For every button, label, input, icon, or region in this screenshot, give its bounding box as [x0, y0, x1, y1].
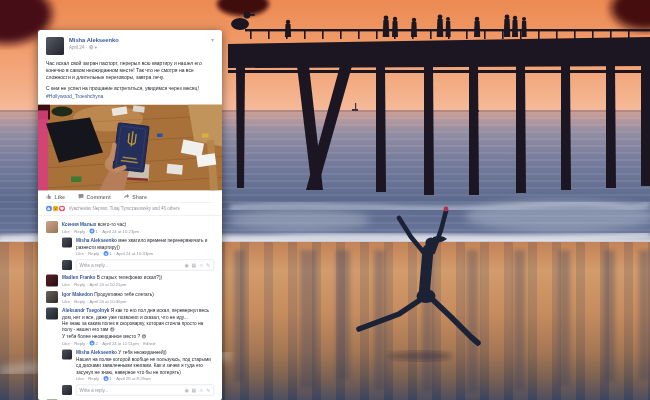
comment-like-link[interactable]: Like — [62, 299, 70, 304]
smiley-icon[interactable]: ☺ — [199, 262, 204, 268]
author-name-link[interactable]: Misha Alekseenko — [69, 37, 211, 44]
comment-text: Ксения Малых всего-то час) — [62, 221, 214, 227]
reactions-row: Vyacheslav Nepran, Tutaj Tymczasowsky an… — [38, 202, 222, 214]
like-count: 1 — [110, 251, 112, 256]
post-photo-passport[interactable] — [38, 104, 222, 190]
comment-reply-link[interactable]: Reply — [74, 228, 85, 233]
comment-line: Не знаю за каким полез в скороварку, кот… — [62, 320, 203, 332]
comment-text: Aleksandr Tsegolnyk Я как то его пол дня… — [62, 308, 214, 340]
write-reply-input[interactable]: Write a reply...◉▦☺✎ — [76, 260, 214, 271]
comment-like-link[interactable]: Like — [62, 228, 70, 233]
pier-people-silhouettes — [285, 15, 527, 37]
comment-reply-link[interactable]: Reply — [88, 251, 99, 256]
like-reaction-icon[interactable] — [46, 205, 52, 211]
comment-reply-link[interactable]: Reply — [74, 282, 85, 287]
comment-like-link[interactable]: Like — [76, 251, 84, 256]
screenshot-stage: Misha Alekseenko April 24 · ▾ ▾ — [0, 0, 650, 400]
post-options-chevron-icon[interactable]: ▾ — [211, 37, 214, 43]
facebook-post-card: Misha Alekseenko April 24 · ▾ ▾ — [38, 30, 222, 400]
hashtag-link[interactable]: #Hollywood_Troeshchyna — [46, 93, 103, 99]
commenter-avatar[interactable] — [46, 308, 58, 320]
commenter-avatar[interactable] — [46, 275, 58, 287]
comment-meta: Like · Reply · 1 · April 24 at 10:33pm — [76, 251, 214, 256]
comment-timestamp: April 24 at 11:51pm — [102, 341, 139, 346]
comment-like-link[interactable]: Like — [76, 376, 84, 381]
comment-reply-link[interactable]: Reply — [88, 376, 99, 381]
post-date[interactable]: April 24 — [69, 45, 84, 50]
comment-replies: Misha Alekseenko мне хватило времени пер… — [62, 237, 214, 270]
comment-text: Igor Makedon Продуктивно тебе слетать) — [62, 291, 214, 297]
pier-pillars — [236, 66, 650, 195]
comment-body: Madlen Franko В старых телефонах искал?)… — [62, 275, 214, 287]
camera-icon[interactable]: ◉ — [185, 262, 189, 268]
post-action-bar: Like Comment Share — [46, 190, 214, 202]
like-count: 2 — [96, 341, 98, 346]
post-header: Misha Alekseenko April 24 · ▾ ▾ — [38, 30, 222, 59]
smiley-icon[interactable]: ☺ — [199, 387, 204, 393]
commenter-name-link[interactable]: Madlen Franko — [62, 275, 96, 281]
commenter-name-link[interactable]: Misha Alekseenko — [76, 350, 117, 356]
comment-body: Misha Alekseenko мне хватило времени пер… — [76, 237, 214, 256]
pink-object — [38, 110, 48, 190]
dot-separator: · — [86, 45, 88, 50]
like-button[interactable]: Like — [46, 193, 65, 199]
comment-like-count-badge[interactable]: 2 — [90, 341, 98, 346]
commenter-name-link[interactable]: Misha Alekseenko — [76, 237, 117, 243]
commenter-avatar[interactable] — [46, 291, 58, 303]
like-count: 1 — [110, 376, 112, 381]
comment-line: всего-то час) — [98, 221, 127, 227]
comment-timestamp: April 24 at 10:25pm — [90, 282, 127, 287]
note-icon[interactable]: ✎ — [206, 387, 210, 393]
love-reaction-icon[interactable] — [59, 205, 65, 211]
commenter-avatar[interactable] — [62, 350, 72, 360]
comment-reply-link[interactable]: Reply — [74, 341, 85, 346]
post-paragraph: Час искал свой загран паспорт, перерыл в… — [46, 60, 214, 81]
haha-reaction-icon[interactable] — [53, 205, 59, 211]
commenter-avatar[interactable] — [62, 260, 72, 270]
author-avatar[interactable] — [46, 37, 64, 55]
comment-text: Misha Alekseenko У тебя неожиданней))Наш… — [76, 350, 214, 376]
commenter-name-link[interactable]: Igor Makedon — [62, 291, 93, 297]
privacy-chevron-icon[interactable]: ▾ — [95, 45, 97, 50]
dark-cap — [52, 106, 73, 116]
thumb-up-icon — [104, 251, 109, 256]
commenter-name-link[interactable]: Ксения Малых — [62, 221, 96, 227]
write-reply-input[interactable]: Write a reply...◉▦☺✎ — [76, 385, 214, 396]
reply-placeholder: Write a reply... — [80, 263, 109, 268]
comment-timestamp: April 24 at 10:33pm — [116, 251, 153, 256]
gif-icon[interactable]: ▦ — [191, 387, 196, 393]
comment-line: В старых телефонах искал?)) — [97, 275, 162, 281]
comment-line: У тебя неожиданней)) — [118, 350, 166, 356]
comment-edited-label: Edited — [143, 341, 155, 346]
comment-text: Madlen Franko В старых телефонах искал?)… — [62, 275, 214, 281]
comment-body: Igor Makedon Продуктивно тебе слетать)Li… — [62, 291, 214, 303]
camera-icon[interactable]: ◉ — [185, 387, 189, 393]
post-timestamp-row: April 24 · ▾ — [69, 45, 211, 50]
comment-like-count-badge[interactable]: 1 — [90, 228, 98, 233]
comment-meta: Like · Reply · April 24 at 10:30pm — [62, 299, 214, 304]
comment-like-count-badge[interactable]: 1 — [104, 376, 112, 381]
comment-like-count-badge[interactable]: 1 — [104, 251, 112, 256]
thumb-up-icon — [90, 228, 95, 233]
comment: Aleksandr Tsegolnyk Я как то его пол дня… — [46, 308, 214, 396]
comment-line: Нашел на полке которой вообще не пользую… — [76, 356, 211, 374]
reactions-summary-link[interactable]: Vyacheslav Nepran, Tutaj Tymczasowsky an… — [69, 206, 180, 211]
write-reply-box: Write a reply...◉▦☺✎ — [62, 385, 214, 396]
note-icon[interactable]: ✎ — [206, 262, 210, 268]
comment-timestamp: April 24 at 10:23pm — [102, 228, 139, 233]
share-button[interactable]: Share — [124, 193, 147, 199]
comment-bubble-icon — [78, 193, 84, 199]
object-in-hand — [444, 207, 449, 212]
comment-reply-link[interactable]: Reply — [74, 299, 85, 304]
post-paragraph: С кем не успел на прощание встретиться, … — [46, 84, 214, 91]
commenter-avatar[interactable] — [62, 237, 72, 247]
gif-icon[interactable]: ▦ — [191, 262, 196, 268]
commenter-avatar[interactable] — [62, 385, 72, 395]
commenter-avatar[interactable] — [46, 221, 58, 233]
comment-like-link[interactable]: Like — [62, 282, 70, 287]
comment-line: Продуктивно тебе слетать) — [94, 291, 154, 297]
commenter-name-link[interactable]: Aleksandr Tsegolnyk — [62, 308, 109, 314]
comment-button[interactable]: Comment — [78, 193, 111, 199]
comment-like-link[interactable]: Like — [62, 341, 70, 346]
comment-meta: Like · Reply · 1 · April 24 at 10:23pm — [62, 228, 214, 233]
